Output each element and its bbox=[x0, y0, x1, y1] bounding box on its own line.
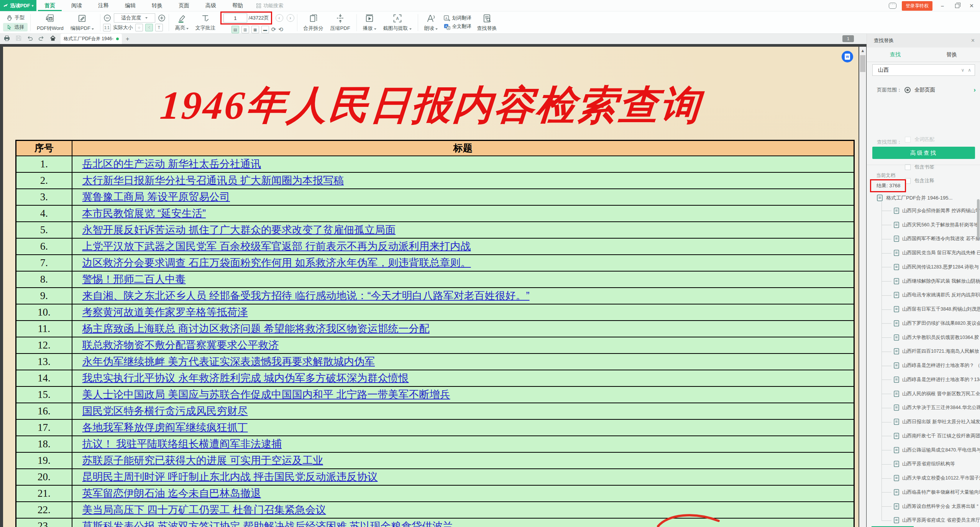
new-tab-button[interactable]: + bbox=[126, 36, 129, 43]
menu-tab[interactable]: 页面 bbox=[171, 0, 197, 11]
search-result-item[interactable]: 山西留有日军五千3848.阎锡山刘茂恩 bbox=[894, 302, 980, 316]
scroll-up-arrow[interactable]: ▲ bbox=[859, 48, 866, 53]
sidebar-tab[interactable]: 查找 bbox=[867, 47, 924, 62]
search-result-item[interactable]: 山西崞县是怎样进行土地改革的？134 bbox=[894, 373, 980, 387]
find-option[interactable]: 包含注释 bbox=[904, 177, 939, 184]
minimize-button[interactable]: − bbox=[938, 3, 947, 9]
article-link[interactable]: 冀鲁豫工商局 筹设平原贸易公司 bbox=[82, 191, 230, 203]
article-link[interactable]: 警惕！邢师二百人中毒 bbox=[82, 273, 186, 285]
article-link[interactable]: 国民党区特务横行贪污成风民穷财尽 bbox=[82, 405, 248, 417]
sidebar-tab[interactable]: 替换 bbox=[924, 47, 980, 62]
article-link[interactable]: 昆明民主周刊时评 呼吁制止东北内战 抨击国民党反动派违反协议 bbox=[82, 471, 378, 483]
article-link[interactable]: 杨主席致函上海联总 商讨边区救济问题 希望能将救济我区物资运邯统一分配 bbox=[82, 323, 430, 334]
menu-tab[interactable]: 注释 bbox=[90, 0, 117, 11]
read-aloud-button[interactable]: 朗读 bbox=[421, 13, 441, 32]
article-link[interactable]: 英军留恋伊朗石油 迄今未自巴林岛撤退 bbox=[82, 488, 261, 499]
article-link[interactable]: 太行新华日报新华分社号召通讯员 扩大新闻圈为本报写稿 bbox=[82, 175, 344, 186]
article-link[interactable]: 来自湘、陕之东北还乡人员 经邯备受我方招待 临行感动地说：“今天才明白八路军对老… bbox=[82, 290, 530, 301]
layout-four-icon[interactable]: ▦ bbox=[251, 26, 259, 33]
menu-tab[interactable]: 首页 bbox=[36, 0, 63, 11]
menu-tab[interactable]: 转换 bbox=[144, 0, 171, 11]
article-link[interactable]: 永智开展反奸诉苦运动 抓住了广大群众的要求改变了贫雇佃孤立局面 bbox=[82, 224, 396, 236]
article-link[interactable]: 各地我军释放俘虏阎军继续疯狂抓丁 bbox=[82, 422, 248, 433]
search-result-item[interactable]: 山西下罗田仍续扩张战果8820.英议会 bbox=[894, 316, 980, 331]
search-result-item[interactable]: 山西平原省府组织机构等 bbox=[894, 457, 980, 471]
search-result-item[interactable]: 山西同乡会招待新闻界 控诉阎锡山苛政 揭 bbox=[894, 204, 980, 218]
function-search[interactable]: 功能搜索 bbox=[256, 0, 283, 11]
edit-pdf-button[interactable]: 编辑PDF bbox=[67, 13, 97, 32]
actual-size-icon[interactable]: 1:1 bbox=[103, 24, 111, 31]
article-link[interactable]: 抗议！ 我驻平陆联络组长横遭阎军非法逮捕 bbox=[82, 438, 282, 450]
checkbox[interactable] bbox=[905, 137, 911, 142]
pdf-to-word-float-button[interactable]: W bbox=[842, 51, 853, 62]
search-input[interactable] bbox=[873, 67, 957, 73]
chevron-up-icon[interactable]: ∧ bbox=[968, 67, 975, 73]
find-option[interactable]: 全词匹配 bbox=[904, 136, 939, 143]
article-link[interactable]: 本市民教馆展览 “延安生活” bbox=[82, 208, 206, 219]
search-result-item[interactable]: 山西筹设自然科学分会 太原将出版 “ bbox=[894, 499, 980, 514]
next-page-button[interactable]: › bbox=[287, 14, 294, 22]
scrollbar-thumb[interactable] bbox=[860, 55, 865, 72]
capture-extract-button[interactable]: A 截图与提取 bbox=[380, 13, 415, 32]
close-button[interactable]: × bbox=[967, 2, 976, 10]
play-button[interactable]: 播放 bbox=[359, 13, 380, 32]
rotate-cw-icon[interactable]: ⟳ bbox=[271, 26, 276, 33]
save-button[interactable] bbox=[15, 35, 22, 43]
article-link[interactable]: 联总救济物资不敷分配晋察冀要求公平救济 bbox=[82, 339, 279, 351]
search-result-item[interactable]: 山西人民的祸根 晋中新区数万民工全 bbox=[894, 387, 980, 401]
merge-split-button[interactable]: 合并拆分 bbox=[300, 13, 327, 32]
panel-close-button[interactable]: × bbox=[971, 37, 975, 44]
zoom-level-select[interactable]: 适合宽度 bbox=[114, 13, 155, 23]
highlight-button[interactable]: 高亮 bbox=[172, 13, 192, 31]
advanced-find-button[interactable]: 高级查找 bbox=[872, 147, 975, 159]
page-number-input[interactable] bbox=[223, 13, 247, 23]
article-link[interactable]: 美当局高压下 四十万矿工仍罢工 杜鲁门召集紧急会议 bbox=[82, 504, 326, 516]
article-link[interactable]: 美人士论中国政局 美国应与苏联合作促成中国国内和平 北宁路一带美军不断增兵 bbox=[82, 389, 450, 400]
print-button[interactable] bbox=[3, 35, 11, 43]
layout-two-icon[interactable]: ▥ bbox=[241, 26, 249, 33]
actual-size-label[interactable]: 实际大小 bbox=[113, 24, 133, 31]
article-link[interactable]: 莫斯科发表公报 苏波双方签订协定 帮助解决战后经济困难 苏以现金粮食贷供波兰 bbox=[82, 520, 453, 527]
restore-button[interactable] bbox=[952, 3, 962, 9]
search-result-item[interactable]: 山西崞县是怎样进行土地改革的？ （续 bbox=[894, 358, 980, 373]
hand-tool-button[interactable]: 手型 bbox=[3, 13, 28, 22]
undo-button[interactable] bbox=[26, 35, 34, 43]
fit-page-icon[interactable]: ⁘ bbox=[135, 24, 143, 31]
chat-icon[interactable] bbox=[889, 3, 896, 9]
fit-width-icon[interactable]: ⁖ bbox=[145, 24, 153, 31]
article-link[interactable]: 上党平汉放下武器之国民党军 百余校级军官返部 行前表示不再为反动派利用来打内战 bbox=[82, 241, 471, 252]
search-result-item[interactable]: 山西继续解除伪军武装 我解放山阴杨 bbox=[894, 274, 980, 288]
text-annotation-button[interactable]: 文字批注 bbox=[192, 13, 219, 31]
find-replace-button[interactable]: 查找替换 bbox=[474, 13, 501, 32]
tree-root-node[interactable]: 格式工厂PDF合并 1946-195... bbox=[877, 192, 980, 204]
search-result-item[interactable]: 山西大学成立校委会10122.平市国子监 bbox=[894, 471, 980, 485]
search-result-item[interactable]: 山西公路运输局成立8470.平电信局与 bbox=[894, 443, 980, 457]
search-result-item[interactable]: 山西大学决于五三迁并3844.华北公路 bbox=[894, 401, 980, 415]
fit-text-icon[interactable]: T bbox=[155, 24, 163, 31]
search-result-item[interactable]: 山西大学教职员反饥饿罢教10364.胶 bbox=[894, 331, 980, 345]
full-translate-button[interactable]: A 全文翻译 bbox=[443, 23, 471, 30]
search-result-item[interactable]: 山西电讯专家姚满群氏 反对内战弃职 bbox=[894, 288, 980, 303]
menu-tab[interactable]: 编辑 bbox=[117, 0, 144, 11]
article-link[interactable]: 苏联原子能研究已获得大的进展 可实用于空运及工业 bbox=[82, 455, 323, 466]
article-link[interactable]: 永年伪军继续挑衅 美方代表证实深表遗憾我再要求解散城内伪军 bbox=[82, 356, 375, 367]
search-result-item[interactable]: 山西国民党当局 留日军充内战先锋 已 bbox=[894, 246, 980, 260]
article-link[interactable]: 我忠实执行北平协议 永年救济胜利完成 城内伪军多方破坏深为群众愤恨 bbox=[82, 372, 409, 384]
app-logo[interactable]: 迅读PDF ▾ bbox=[0, 0, 36, 11]
zoom-out-icon[interactable] bbox=[103, 14, 112, 22]
search-result-item[interactable]: 山西民间传说1283.恶梦1284.诗歌与 bbox=[894, 260, 980, 274]
word-translate-button[interactable]: A 划词翻译 bbox=[443, 15, 471, 22]
redo-button[interactable] bbox=[38, 35, 45, 43]
article-link[interactable]: 考察黄河故道美作家罗辛格等抵荷泽 bbox=[82, 306, 248, 318]
green-arrow-icon[interactable]: › bbox=[973, 86, 976, 94]
select-tool-button[interactable]: 选择 bbox=[3, 23, 28, 31]
prev-page-button[interactable]: ‹ bbox=[276, 14, 283, 22]
layout-single-icon[interactable]: ▤ bbox=[231, 26, 239, 33]
pdf-to-word-button[interactable]: W PDF转Word bbox=[33, 13, 67, 32]
home-button[interactable] bbox=[49, 35, 57, 43]
search-result-item[interactable]: 山西临县特产极丰饶麻棉可大量输向城 bbox=[894, 485, 980, 499]
menu-tab[interactable]: 帮助 bbox=[224, 0, 251, 11]
article-link[interactable]: 岳北区的生产运动 新华社太岳分社通讯 bbox=[82, 158, 261, 170]
document-scrollbar[interactable]: ▲ bbox=[859, 47, 866, 527]
menu-tab[interactable]: 阅读 bbox=[63, 0, 90, 11]
